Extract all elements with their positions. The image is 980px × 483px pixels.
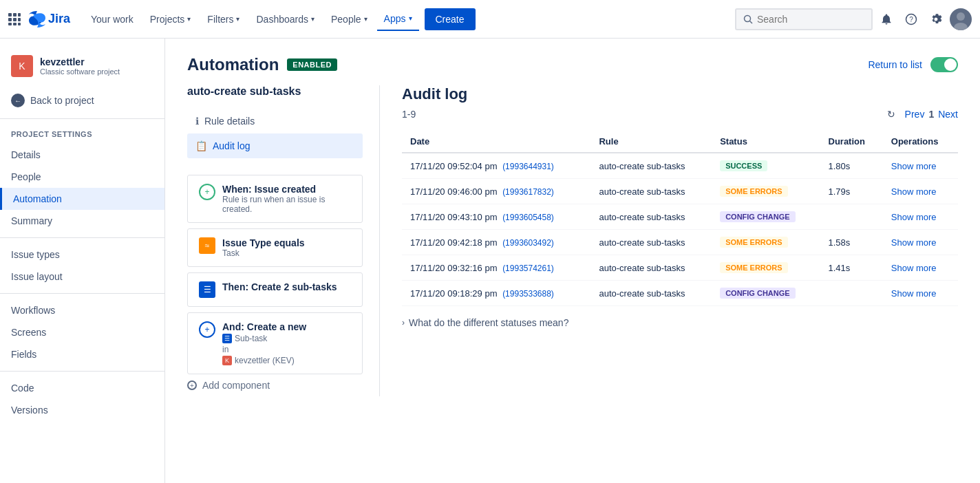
refresh-icon[interactable]: ↻ (887, 109, 895, 120)
svg-rect-7 (13, 23, 17, 25)
condition-title: Issue Type equals (222, 237, 351, 248)
project-info: kevzettler Classic software project (40, 56, 120, 76)
audit-id[interactable]: (1993603492) (502, 238, 554, 248)
project-mini-icon: K (222, 356, 232, 365)
sidebar-item-issue-layout[interactable]: Issue layout (0, 266, 164, 288)
prev-button[interactable]: Prev (905, 109, 925, 120)
show-more-link[interactable]: Show more (891, 263, 937, 273)
action2-project: K kevzettler (KEV) (222, 356, 351, 365)
trigger-title: When: Issue created (222, 184, 351, 195)
status-cell: SUCCESS (712, 153, 820, 179)
action2-content: And: Create a new ☰ Sub-task in K (222, 321, 351, 365)
audit-id[interactable]: (1993605458) (502, 213, 554, 222)
sidebar-divider-1 (0, 118, 164, 119)
status-cell: SOME ERRORS (712, 179, 820, 204)
topnav-right: ? (735, 8, 972, 30)
sidebar-item-screens[interactable]: Screens (0, 321, 164, 343)
sidebar-item-automation[interactable]: Automation (0, 188, 164, 210)
sidebar-item-fields[interactable]: Fields (0, 343, 164, 365)
condition-icon: ≈ (199, 237, 215, 254)
user-avatar[interactable] (950, 8, 972, 30)
search-icon (743, 14, 753, 24)
show-more-link[interactable]: Show more (891, 237, 937, 248)
sidebar-item-details[interactable]: Details (0, 144, 164, 166)
sidebar-item-code[interactable]: Code (0, 377, 164, 399)
show-more-link[interactable]: Show more (891, 212, 937, 222)
settings-button[interactable] (925, 8, 947, 30)
sidebar-divider-3 (0, 293, 164, 294)
faq-arrow-icon: › (402, 318, 405, 328)
status-badge: CONFIG CHANGE (720, 211, 796, 222)
show-more-link[interactable]: Show more (891, 161, 937, 171)
nav-projects[interactable]: Projects ▾ (143, 8, 198, 30)
audit-id[interactable]: (1993533688) (502, 289, 554, 299)
back-to-project-link[interactable]: ← Back to project (0, 88, 164, 113)
next-button[interactable]: Next (938, 109, 958, 120)
clipboard-icon: 📋 (195, 140, 207, 151)
audit-log-title: Audit log (402, 85, 958, 103)
action1-content: Then: Create 2 sub-tasks (222, 281, 351, 292)
date-cell: 17/11/20 09:43:10 pm (1993605458) (402, 204, 590, 230)
audit-header-row: Date Rule Status Duration Operations (402, 131, 958, 153)
action1-icon: ☰ (199, 281, 215, 298)
col-date: Date (402, 131, 590, 153)
logo-text: Jira (48, 12, 70, 26)
rule-menu-rule-details[interactable]: ℹ Rule details (187, 109, 363, 133)
audit-id[interactable]: (1993574261) (502, 264, 554, 273)
rule-cell: auto-create sub-tasks (590, 281, 712, 306)
status-badge: CONFIG CHANGE (720, 288, 796, 299)
audit-id[interactable]: (1993617832) (502, 187, 554, 197)
grid-menu-icon[interactable] (8, 13, 21, 25)
help-icon: ? (905, 13, 917, 25)
rule-cell: auto-create sub-tasks (590, 204, 712, 230)
action2-detail: ☰ Sub-task (222, 334, 351, 343)
faq-row[interactable]: › What do the different statuses mean? (402, 306, 958, 339)
show-more-link[interactable]: Show more (891, 288, 937, 299)
table-row: 17/11/20 09:46:00 pm (1993617832) auto-c… (402, 179, 958, 204)
nav-people[interactable]: People ▾ (324, 8, 374, 30)
enable-toggle[interactable] (930, 57, 958, 72)
date-cell: 17/11/20 09:18:29 pm (1993533688) (402, 281, 590, 306)
add-component-button[interactable]: + Add component (187, 374, 363, 396)
audit-pagination: ↻ Prev 1 Next (887, 109, 958, 120)
enabled-badge: ENABLED (287, 58, 337, 71)
action1-step-header: ☰ Then: Create 2 sub-tasks (199, 281, 351, 298)
jira-logo[interactable]: Jira (29, 11, 70, 28)
status-badge: SOME ERRORS (720, 186, 788, 197)
nav-apps[interactable]: Apps ▾ (377, 8, 419, 31)
sidebar-item-workflows[interactable]: Workflows (0, 299, 164, 321)
status-cell: SOME ERRORS (712, 230, 820, 255)
rule-menu: ℹ Rule details 📋 Audit log (187, 109, 363, 158)
date-main: 17/11/20 09:32:16 pm (410, 263, 498, 273)
svg-rect-5 (18, 18, 21, 21)
operations-cell: Show more (883, 153, 958, 179)
col-operations: Operations (883, 131, 958, 153)
trigger-icon[interactable]: + (199, 184, 215, 200)
nav-your-work[interactable]: Your work (84, 8, 140, 30)
trigger-subtitle: Rule is run when an issue is created. (222, 195, 351, 214)
audit-range-text: 1-9 (402, 109, 416, 120)
action2-project-detail: in (222, 345, 351, 354)
duration-cell: 1.58s (820, 230, 883, 255)
action2-plus-icon[interactable]: + (199, 321, 215, 338)
search-input[interactable] (757, 14, 853, 25)
show-more-link[interactable]: Show more (891, 186, 937, 197)
audit-id[interactable]: (1993644931) (502, 162, 554, 171)
sidebar-item-versions[interactable]: Versions (0, 399, 164, 421)
nav-filters[interactable]: Filters ▾ (200, 8, 246, 30)
help-button[interactable]: ? (900, 8, 922, 30)
notifications-button[interactable] (875, 8, 897, 30)
rule-cell: auto-create sub-tasks (590, 153, 712, 179)
rule-menu-audit-log[interactable]: 📋 Audit log (187, 133, 363, 158)
create-button[interactable]: Create (425, 8, 476, 30)
return-to-list-link[interactable]: Return to list (868, 59, 922, 70)
sidebar-item-summary[interactable]: Summary (0, 210, 164, 232)
search-box[interactable] (735, 8, 873, 30)
duration-cell (820, 281, 883, 306)
date-main: 17/11/20 09:46:00 pm (410, 186, 498, 197)
audit-table-body: 17/11/20 09:52:04 pm (1993644931) auto-c… (402, 153, 958, 306)
sidebar-item-issue-types[interactable]: Issue types (0, 244, 164, 266)
sidebar-item-people[interactable]: People (0, 166, 164, 188)
audit-table: Date Rule Status Duration Operations 17/… (402, 131, 958, 306)
nav-dashboards[interactable]: Dashboards ▾ (249, 8, 321, 30)
